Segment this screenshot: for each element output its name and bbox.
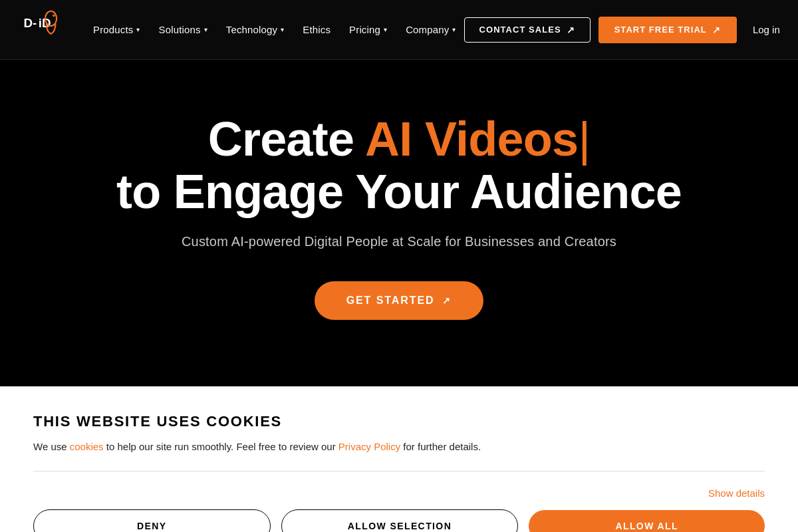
nav-buttons: CONTACT SALES ↗ START FREE TRIAL ↗ Log i… <box>464 17 788 43</box>
get-started-label: GET STARTED <box>346 295 435 307</box>
show-details-link[interactable]: Show details <box>708 487 765 499</box>
cookie-banner: THIS WEBSITE USES COOKIES We use cookies… <box>0 386 798 532</box>
hero-subtitle: Custom AI-powered Digital People at Scal… <box>182 234 616 249</box>
privacy-policy-link[interactable]: Privacy Policy <box>338 441 400 452</box>
nav-item-ethics[interactable]: Ethics <box>295 19 338 41</box>
cookie-text-before-link1: We use <box>33 441 70 452</box>
start-trial-button[interactable]: START FREE TRIAL ↗ <box>598 17 737 43</box>
nav-label-pricing: Pricing <box>349 24 380 35</box>
nav-item-pricing[interactable]: Pricing ▾ <box>341 19 395 41</box>
cookie-buttons: DENY ALLOW SELECTION ALLOW ALL <box>33 509 765 532</box>
arrow-icon: ↗ <box>712 25 721 35</box>
chevron-down-icon: ▾ <box>452 26 456 33</box>
nav-item-products[interactable]: Products ▾ <box>85 19 148 41</box>
chevron-down-icon: ▾ <box>384 26 387 33</box>
cookies-link[interactable]: cookies <box>70 441 104 452</box>
nav-label-products: Products <box>93 24 133 35</box>
allow-all-button[interactable]: ALLOW ALL <box>529 510 765 532</box>
nav-label-ethics: Ethics <box>303 24 331 35</box>
chevron-down-icon: ▾ <box>204 26 207 33</box>
contact-sales-label: CONTACT SALES <box>479 25 561 35</box>
start-trial-label: START FREE TRIAL <box>614 25 707 35</box>
hero-title-part2: to Engage Your Audience <box>116 165 682 218</box>
cookie-actions: Show details <box>33 487 765 499</box>
deny-button[interactable]: DENY <box>33 509 271 532</box>
hero-title-highlight: AI Videos <box>365 112 578 166</box>
nav-label-company: Company <box>406 24 449 35</box>
allow-selection-button[interactable]: ALLOW SELECTION <box>281 509 519 532</box>
nav-item-company[interactable]: Company ▾ <box>398 19 464 41</box>
login-label: Log in <box>753 24 780 35</box>
cookie-text: We use cookies to help our site run smoo… <box>33 440 765 455</box>
cookie-title: THIS WEBSITE USES COOKIES <box>33 413 765 430</box>
nav-links: Products ▾ Solutions ▾ Technology ▾ Ethi… <box>85 19 464 41</box>
cookie-text-after-link1: to help our site run smoothly. Feel free… <box>104 441 338 452</box>
chevron-down-icon: ▾ <box>136 26 140 33</box>
get-started-button[interactable]: GET STARTED ↗ <box>315 281 484 320</box>
nav-label-solutions: Solutions <box>159 24 201 35</box>
svg-text:D-: D- <box>23 15 37 29</box>
cookie-text-after-link2: for further details. <box>400 441 481 452</box>
hero-title-part1: Create <box>208 112 365 166</box>
nav-item-technology[interactable]: Technology ▾ <box>218 19 293 41</box>
chevron-down-icon: ▾ <box>281 26 284 33</box>
nav-label-technology: Technology <box>226 24 277 35</box>
svg-point-3 <box>53 14 55 16</box>
navbar: D- iD Products ▾ Solutions ▾ Technology … <box>0 0 798 60</box>
contact-sales-button[interactable]: CONTACT SALES ↗ <box>464 17 591 43</box>
hero-title: Create AI Videos| to Engage Your Audienc… <box>116 113 682 218</box>
login-button[interactable]: Log in <box>745 19 788 41</box>
hero-section: Create AI Videos| to Engage Your Audienc… <box>0 60 798 386</box>
logo[interactable]: D- iD <box>21 10 61 50</box>
arrow-icon: ↗ <box>442 295 452 306</box>
cookie-divider <box>33 471 765 471</box>
hero-title-cursor: | <box>578 112 590 166</box>
arrow-icon: ↗ <box>567 25 575 35</box>
nav-item-solutions[interactable]: Solutions ▾ <box>151 19 215 41</box>
